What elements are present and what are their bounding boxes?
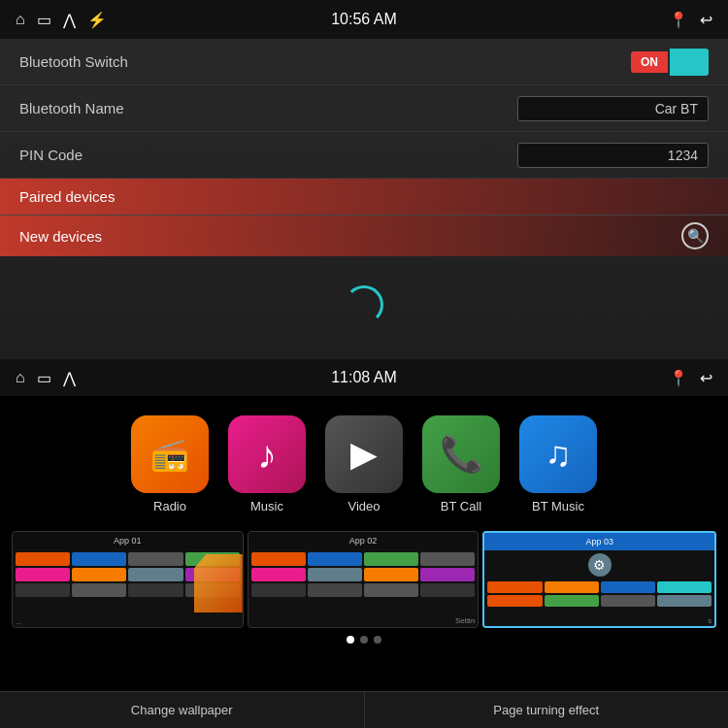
bottom-chevron-icon[interactable]: ⋀	[63, 369, 76, 387]
radio-icon[interactable]: 📻	[131, 415, 209, 493]
pin-code-row: PIN Code	[0, 132, 728, 179]
music-icon[interactable]: ♪	[228, 415, 306, 493]
bottom-time: 11:08 AM	[331, 369, 397, 386]
toggle-teal-indicator[interactable]	[670, 49, 709, 76]
bottom-status-bar: ⌂ ▭ ⋀ 11:08 AM 📍 ↩	[0, 359, 728, 396]
bottom-panel: ⌂ ▭ ⋀ 11:08 AM 📍 ↩ 📻 Radio ♪ Music ▶	[0, 359, 728, 728]
page-dots	[0, 628, 728, 647]
video-icon[interactable]: ▶	[325, 415, 403, 493]
toggle-on-label[interactable]: ON	[631, 51, 668, 73]
app-btmusic[interactable]: ♫ BT Music	[519, 415, 597, 513]
chevron-up-icon[interactable]: ⋀	[63, 11, 76, 29]
app-music[interactable]: ♪ Music	[228, 415, 306, 513]
bottom-home-icon[interactable]: ⌂	[16, 369, 25, 386]
top-panel: ⌂ ▭ ⋀ ⚡ 10:56 AM 📍 ↩ Bluetooth Switch ON…	[0, 0, 728, 359]
page-turning-effect-button[interactable]: Page turning effect	[365, 692, 729, 728]
dot-1[interactable]	[347, 636, 354, 644]
pin-code-input[interactable]	[517, 143, 709, 168]
bottom-status-icons-right: 📍 ↩	[669, 369, 712, 387]
thumb-app03-header: App 03	[484, 533, 714, 550]
location-icon[interactable]: 📍	[669, 11, 688, 29]
bluetooth-name-row: Bluetooth Name	[0, 85, 728, 132]
app-btcall-label: BT Call	[441, 499, 481, 513]
bluetooth-toggle[interactable]: ON	[631, 49, 709, 76]
app-btmusic-label: BT Music	[532, 499, 584, 513]
thumb-app02[interactable]: App 02 Settin	[248, 531, 480, 628]
back-icon[interactable]: ↩	[700, 11, 712, 29]
dot-2[interactable]	[360, 636, 368, 644]
bottom-bar: Change wallpaper Page turning effect	[0, 691, 728, 728]
app-video[interactable]: ▶ Video	[325, 415, 403, 513]
bluetooth-switch-row: Bluetooth Switch ON	[0, 39, 728, 85]
paired-devices-header: Paired devices	[0, 179, 728, 215]
app-video-label: Video	[347, 499, 380, 513]
bottom-status-icons-left: ⌂ ▭ ⋀	[16, 369, 76, 387]
bottom-back-icon[interactable]: ↩	[700, 369, 712, 387]
screen-icon[interactable]: ▭	[37, 11, 51, 29]
usb-icon[interactable]: ⚡	[87, 11, 107, 29]
dot-3[interactable]	[374, 636, 381, 644]
bluetooth-switch-label: Bluetooth Switch	[19, 53, 128, 70]
bluetooth-name-label: Bluetooth Name	[19, 100, 124, 116]
status-icons-left: ⌂ ▭ ⋀ ⚡	[16, 11, 107, 29]
top-status-bar: ⌂ ▭ ⋀ ⚡ 10:56 AM 📍 ↩	[0, 0, 728, 39]
btmusic-icon[interactable]: ♫	[519, 415, 597, 493]
thumb-app01[interactable]: App 01 ...	[12, 531, 244, 628]
app-music-label: Music	[250, 499, 283, 513]
thumb-app02-header: App 02	[248, 532, 479, 549]
pin-code-label: PIN Code	[19, 147, 83, 163]
loading-area	[0, 256, 728, 353]
status-icons-right: 📍 ↩	[669, 11, 712, 29]
paired-devices-label: Paired devices	[19, 188, 115, 205]
app-radio-label: Radio	[153, 499, 186, 513]
loading-spinner	[345, 285, 383, 324]
bluetooth-name-input[interactable]	[517, 96, 709, 121]
apps-grid: 📻 Radio ♪ Music ▶ Video 📞 BT Call ♫	[0, 396, 728, 523]
new-devices-row[interactable]: New devices 🔍	[0, 215, 728, 256]
top-time: 10:56 AM	[331, 11, 397, 28]
thumb-app03[interactable]: App 03 ⚙ s	[482, 531, 716, 628]
app-radio[interactable]: 📻 Radio	[131, 415, 209, 513]
home-icon[interactable]: ⌂	[16, 11, 25, 28]
thumb-app01-header: App 01	[13, 532, 243, 549]
change-wallpaper-button[interactable]: Change wallpaper	[0, 692, 365, 728]
thumbnails-row: App 01 ...	[0, 523, 728, 628]
btcall-icon[interactable]: 📞	[422, 415, 500, 493]
new-devices-label: New devices	[19, 228, 102, 245]
app-btcall[interactable]: 📞 BT Call	[422, 415, 500, 513]
bottom-screen-icon[interactable]: ▭	[37, 369, 51, 387]
bottom-location-icon[interactable]: 📍	[669, 369, 688, 387]
search-icon[interactable]: 🔍	[681, 222, 709, 249]
